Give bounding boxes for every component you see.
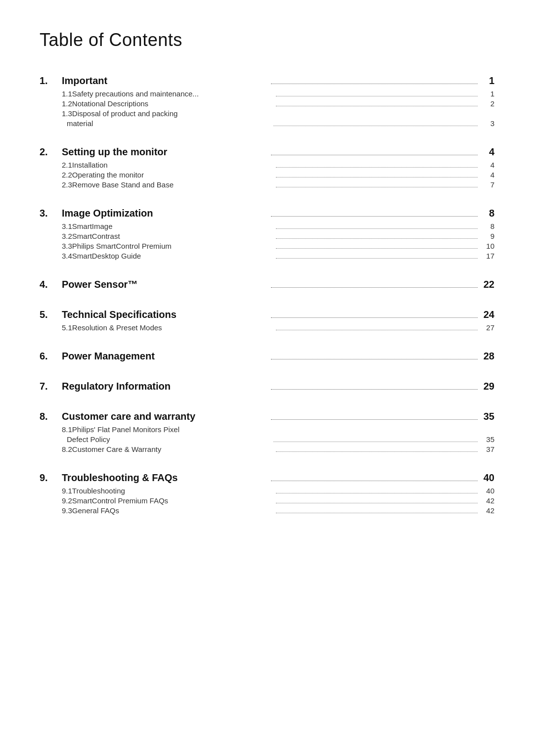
subsection-2-3-page: 7: [480, 180, 494, 189]
subsection-8-1-continuation-dots: [273, 442, 478, 442]
subsection-8-1-label: Philips' Flat Panel Monitors Pixel: [72, 425, 494, 434]
subsection-3-1-number: 3.1: [40, 222, 72, 230]
subsection-3-2-page: 9: [480, 232, 494, 240]
subsection-2-3-number: 2.3: [40, 180, 72, 189]
section-6: 6.Power Management28: [40, 351, 494, 362]
subsection-2-1-page: 4: [480, 161, 494, 169]
subsection-1-2-page: 2: [480, 99, 494, 108]
section-6-dots: [271, 359, 478, 359]
section-5-dots: [271, 317, 478, 318]
section-7-dots: [271, 389, 478, 390]
subsection-2-2-page: 4: [480, 171, 494, 179]
subsection-1-3-continuation-page: 3: [480, 119, 494, 128]
subsection-9-3-page: 42: [480, 506, 494, 515]
subsection-8-2-number: 8.2: [40, 445, 72, 453]
section-3-number: 3.: [40, 208, 62, 219]
subsection-2-1-dots: [276, 167, 478, 168]
section-3-page: 8: [480, 208, 494, 219]
section-1-main-entry: 1.Important1: [40, 75, 494, 87]
section-5-number: 5.: [40, 309, 62, 320]
subsection-2-1: 2.1Installation4: [40, 161, 494, 169]
subsection-3-3-dots: [276, 248, 478, 249]
section-7-page: 29: [480, 381, 494, 392]
subsection-8-1-number: 8.1: [40, 425, 72, 434]
section-6-main-entry: 6.Power Management28: [40, 351, 494, 362]
subsection-9-1-label: Troubleshooting: [72, 487, 274, 495]
section-5-subsections: 5.1Resolution & Preset Modes27: [40, 323, 494, 332]
section-7: 7.Regulatory Information29: [40, 381, 494, 392]
subsection-1-3-number: 1.3: [40, 109, 72, 118]
section-8-number: 8.: [40, 411, 62, 422]
section-9-subsections: 9.1Troubleshooting409.2SmartControl Prem…: [40, 487, 494, 515]
section-4-main-entry: 4.Power Sensor™22: [40, 279, 494, 290]
subsection-9-2: 9.2SmartControl Premium FAQs42: [40, 496, 494, 505]
subsection-2-1-number: 2.1: [40, 161, 72, 169]
subsection-3-3-page: 10: [480, 242, 494, 250]
subsection-5-1-number: 5.1: [40, 323, 72, 332]
subsection-8-1-continuation-page: 35: [480, 435, 494, 444]
subsection-3-3-label: Philips SmartControl Premium: [72, 242, 274, 250]
subsection-2-2-label: Operating the monitor: [72, 171, 274, 179]
subsection-1-3-label: Disposal of product and packing: [72, 109, 494, 118]
subsection-2-3: 2.3Remove Base Stand and Base7: [40, 180, 494, 189]
section-1-number: 1.: [40, 75, 62, 87]
section-2-main-entry: 2.Setting up the monitor4: [40, 146, 494, 158]
subsection-9-1: 9.1Troubleshooting40: [40, 487, 494, 495]
subsection-1-2: 1.2Notational Descriptions2: [40, 99, 494, 108]
subsection-1-2-label: Notational Descriptions: [72, 99, 274, 108]
subsection-3-4-dots: [276, 258, 478, 259]
subsection-8-2-dots: [276, 451, 478, 452]
subsection-9-2-dots: [276, 503, 478, 503]
section-3: 3.Image Optimization83.1SmartImage83.2Sm…: [40, 208, 494, 260]
subsection-1-3-continuation-dots: [273, 126, 478, 126]
subsection-2-2: 2.2Operating the monitor4: [40, 171, 494, 179]
subsection-5-1-dots: [276, 330, 478, 330]
section-2-page: 4: [480, 146, 494, 158]
section-9-number: 9.: [40, 472, 62, 484]
section-4-dots: [271, 287, 478, 288]
subsection-9-1-dots: [276, 493, 478, 493]
subsection-3-1: 3.1SmartImage8: [40, 222, 494, 230]
section-9-dots: [271, 481, 478, 481]
section-4: 4.Power Sensor™22: [40, 279, 494, 290]
subsection-5-1-label: Resolution & Preset Modes: [72, 323, 274, 332]
section-8-main-entry: 8.Customer care and warranty35: [40, 411, 494, 422]
section-1-label: Important: [62, 75, 269, 87]
subsection-1-1-label: Safety precautions and maintenance...: [72, 89, 274, 98]
section-9-main-entry: 9.Troubleshooting & FAQs40: [40, 472, 494, 484]
section-5: 5.Technical Specifications245.1Resolutio…: [40, 309, 494, 332]
section-8-subsections: 8.1Philips' Flat Panel Monitors PixelDef…: [40, 425, 494, 453]
section-5-page: 24: [480, 309, 494, 320]
subsection-8-1-continuation-label: Defect Policy: [67, 435, 271, 444]
section-2-subsections: 2.1Installation42.2Operating the monitor…: [40, 161, 494, 189]
section-1-subsections: 1.1Safety precautions and maintenance...…: [40, 89, 494, 128]
subsection-9-2-page: 42: [480, 496, 494, 505]
subsection-9-2-number: 9.2: [40, 496, 72, 505]
subsection-2-2-dots: [276, 177, 478, 178]
subsection-1-2-number: 1.2: [40, 99, 72, 108]
subsection-1-2-dots: [276, 106, 478, 106]
section-2-dots: [271, 155, 478, 155]
subsection-8-2: 8.2Customer Care & Warranty37: [40, 445, 494, 453]
subsection-3-4: 3.4SmartDesktop Guide17: [40, 252, 494, 260]
subsection-3-2-number: 3.2: [40, 232, 72, 240]
section-6-number: 6.: [40, 351, 62, 362]
section-2-number: 2.: [40, 146, 62, 158]
section-3-dots: [271, 216, 478, 217]
section-8-dots: [271, 419, 478, 420]
subsection-3-2: 3.2SmartContrast9: [40, 232, 494, 240]
subsection-1-1-number: 1.1: [40, 89, 72, 98]
subsection-9-3-number: 9.3: [40, 506, 72, 515]
subsection-2-3-dots: [276, 187, 478, 187]
subsection-9-3: 9.3General FAQs42: [40, 506, 494, 515]
subsection-2-3-label: Remove Base Stand and Base: [72, 180, 274, 189]
subsection-1-3-row2: material3: [40, 119, 494, 128]
section-6-label: Power Management: [62, 351, 269, 362]
subsection-5-1-page: 27: [480, 323, 494, 332]
section-4-label: Power Sensor™: [62, 279, 269, 290]
subsection-5-1: 5.1Resolution & Preset Modes27: [40, 323, 494, 332]
subsection-2-1-label: Installation: [72, 161, 274, 169]
subsection-9-3-label: General FAQs: [72, 506, 274, 515]
section-4-number: 4.: [40, 279, 62, 290]
section-3-label: Image Optimization: [62, 208, 269, 219]
